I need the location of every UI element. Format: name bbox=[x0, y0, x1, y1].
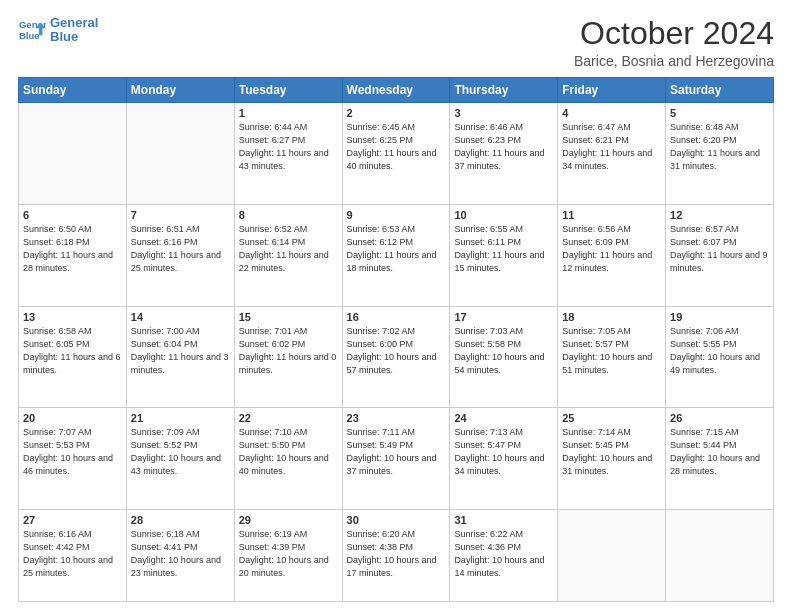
calendar-cell: 11Sunrise: 6:56 AM Sunset: 6:09 PM Dayli… bbox=[558, 204, 666, 306]
day-info: Sunrise: 6:55 AM Sunset: 6:11 PM Dayligh… bbox=[454, 223, 553, 275]
svg-text:Blue: Blue bbox=[19, 30, 40, 41]
day-number: 18 bbox=[562, 311, 661, 323]
month-title: October 2024 bbox=[574, 16, 774, 51]
page: General Blue GeneralBlue October 2024 Ba… bbox=[0, 0, 792, 612]
day-info: Sunrise: 7:07 AM Sunset: 5:53 PM Dayligh… bbox=[23, 426, 122, 478]
day-number: 21 bbox=[131, 412, 230, 424]
calendar-cell: 4Sunrise: 6:47 AM Sunset: 6:21 PM Daylig… bbox=[558, 103, 666, 205]
day-info: Sunrise: 6:19 AM Sunset: 4:39 PM Dayligh… bbox=[239, 528, 338, 580]
calendar-cell: 23Sunrise: 7:11 AM Sunset: 5:49 PM Dayli… bbox=[342, 408, 450, 510]
day-number: 28 bbox=[131, 514, 230, 526]
week-row-2: 13Sunrise: 6:58 AM Sunset: 6:05 PM Dayli… bbox=[19, 306, 774, 408]
location: Barice, Bosnia and Herzegovina bbox=[574, 53, 774, 69]
calendar-cell: 31Sunrise: 6:22 AM Sunset: 4:36 PM Dayli… bbox=[450, 509, 558, 601]
week-row-4: 27Sunrise: 6:16 AM Sunset: 4:42 PM Dayli… bbox=[19, 509, 774, 601]
calendar-header-row: SundayMondayTuesdayWednesdayThursdayFrid… bbox=[19, 78, 774, 103]
calendar-cell: 6Sunrise: 6:50 AM Sunset: 6:18 PM Daylig… bbox=[19, 204, 127, 306]
day-info: Sunrise: 7:10 AM Sunset: 5:50 PM Dayligh… bbox=[239, 426, 338, 478]
day-info: Sunrise: 6:56 AM Sunset: 6:09 PM Dayligh… bbox=[562, 223, 661, 275]
calendar-cell bbox=[19, 103, 127, 205]
day-number: 29 bbox=[239, 514, 338, 526]
day-info: Sunrise: 6:51 AM Sunset: 6:16 PM Dayligh… bbox=[131, 223, 230, 275]
calendar-cell: 25Sunrise: 7:14 AM Sunset: 5:45 PM Dayli… bbox=[558, 408, 666, 510]
day-number: 23 bbox=[347, 412, 446, 424]
day-header-wednesday: Wednesday bbox=[342, 78, 450, 103]
calendar-cell: 17Sunrise: 7:03 AM Sunset: 5:58 PM Dayli… bbox=[450, 306, 558, 408]
day-info: Sunrise: 6:44 AM Sunset: 6:27 PM Dayligh… bbox=[239, 121, 338, 173]
day-number: 22 bbox=[239, 412, 338, 424]
day-number: 24 bbox=[454, 412, 553, 424]
day-info: Sunrise: 7:05 AM Sunset: 5:57 PM Dayligh… bbox=[562, 325, 661, 377]
day-number: 7 bbox=[131, 209, 230, 221]
calendar-cell bbox=[666, 509, 774, 601]
day-info: Sunrise: 6:52 AM Sunset: 6:14 PM Dayligh… bbox=[239, 223, 338, 275]
day-info: Sunrise: 7:14 AM Sunset: 5:45 PM Dayligh… bbox=[562, 426, 661, 478]
week-row-0: 1Sunrise: 6:44 AM Sunset: 6:27 PM Daylig… bbox=[19, 103, 774, 205]
calendar-cell: 13Sunrise: 6:58 AM Sunset: 6:05 PM Dayli… bbox=[19, 306, 127, 408]
calendar-cell: 29Sunrise: 6:19 AM Sunset: 4:39 PM Dayli… bbox=[234, 509, 342, 601]
day-header-thursday: Thursday bbox=[450, 78, 558, 103]
calendar-cell: 8Sunrise: 6:52 AM Sunset: 6:14 PM Daylig… bbox=[234, 204, 342, 306]
calendar-cell: 18Sunrise: 7:05 AM Sunset: 5:57 PM Dayli… bbox=[558, 306, 666, 408]
day-number: 9 bbox=[347, 209, 446, 221]
day-info: Sunrise: 6:18 AM Sunset: 4:41 PM Dayligh… bbox=[131, 528, 230, 580]
calendar-cell: 2Sunrise: 6:45 AM Sunset: 6:25 PM Daylig… bbox=[342, 103, 450, 205]
day-info: Sunrise: 6:46 AM Sunset: 6:23 PM Dayligh… bbox=[454, 121, 553, 173]
day-number: 25 bbox=[562, 412, 661, 424]
calendar-cell: 26Sunrise: 7:15 AM Sunset: 5:44 PM Dayli… bbox=[666, 408, 774, 510]
day-info: Sunrise: 6:20 AM Sunset: 4:38 PM Dayligh… bbox=[347, 528, 446, 580]
calendar-cell: 1Sunrise: 6:44 AM Sunset: 6:27 PM Daylig… bbox=[234, 103, 342, 205]
day-number: 10 bbox=[454, 209, 553, 221]
day-number: 1 bbox=[239, 107, 338, 119]
day-info: Sunrise: 7:15 AM Sunset: 5:44 PM Dayligh… bbox=[670, 426, 769, 478]
calendar-cell: 9Sunrise: 6:53 AM Sunset: 6:12 PM Daylig… bbox=[342, 204, 450, 306]
week-row-1: 6Sunrise: 6:50 AM Sunset: 6:18 PM Daylig… bbox=[19, 204, 774, 306]
calendar-cell: 21Sunrise: 7:09 AM Sunset: 5:52 PM Dayli… bbox=[126, 408, 234, 510]
day-info: Sunrise: 6:57 AM Sunset: 6:07 PM Dayligh… bbox=[670, 223, 769, 275]
calendar: SundayMondayTuesdayWednesdayThursdayFrid… bbox=[18, 77, 774, 602]
day-info: Sunrise: 7:01 AM Sunset: 6:02 PM Dayligh… bbox=[239, 325, 338, 377]
day-number: 4 bbox=[562, 107, 661, 119]
day-number: 3 bbox=[454, 107, 553, 119]
day-info: Sunrise: 6:58 AM Sunset: 6:05 PM Dayligh… bbox=[23, 325, 122, 377]
day-info: Sunrise: 6:50 AM Sunset: 6:18 PM Dayligh… bbox=[23, 223, 122, 275]
day-number: 19 bbox=[670, 311, 769, 323]
calendar-cell: 16Sunrise: 7:02 AM Sunset: 6:00 PM Dayli… bbox=[342, 306, 450, 408]
day-info: Sunrise: 7:03 AM Sunset: 5:58 PM Dayligh… bbox=[454, 325, 553, 377]
day-info: Sunrise: 6:22 AM Sunset: 4:36 PM Dayligh… bbox=[454, 528, 553, 580]
day-info: Sunrise: 7:06 AM Sunset: 5:55 PM Dayligh… bbox=[670, 325, 769, 377]
calendar-cell: 24Sunrise: 7:13 AM Sunset: 5:47 PM Dayli… bbox=[450, 408, 558, 510]
calendar-cell bbox=[558, 509, 666, 601]
day-header-friday: Friday bbox=[558, 78, 666, 103]
calendar-cell: 7Sunrise: 6:51 AM Sunset: 6:16 PM Daylig… bbox=[126, 204, 234, 306]
day-number: 27 bbox=[23, 514, 122, 526]
day-number: 26 bbox=[670, 412, 769, 424]
day-header-sunday: Sunday bbox=[19, 78, 127, 103]
day-number: 14 bbox=[131, 311, 230, 323]
calendar-cell: 27Sunrise: 6:16 AM Sunset: 4:42 PM Dayli… bbox=[19, 509, 127, 601]
day-header-saturday: Saturday bbox=[666, 78, 774, 103]
calendar-cell: 14Sunrise: 7:00 AM Sunset: 6:04 PM Dayli… bbox=[126, 306, 234, 408]
calendar-cell: 28Sunrise: 6:18 AM Sunset: 4:41 PM Dayli… bbox=[126, 509, 234, 601]
day-info: Sunrise: 7:02 AM Sunset: 6:00 PM Dayligh… bbox=[347, 325, 446, 377]
day-info: Sunrise: 7:13 AM Sunset: 5:47 PM Dayligh… bbox=[454, 426, 553, 478]
calendar-cell: 22Sunrise: 7:10 AM Sunset: 5:50 PM Dayli… bbox=[234, 408, 342, 510]
day-header-tuesday: Tuesday bbox=[234, 78, 342, 103]
day-number: 20 bbox=[23, 412, 122, 424]
week-row-3: 20Sunrise: 7:07 AM Sunset: 5:53 PM Dayli… bbox=[19, 408, 774, 510]
day-info: Sunrise: 6:53 AM Sunset: 6:12 PM Dayligh… bbox=[347, 223, 446, 275]
day-number: 31 bbox=[454, 514, 553, 526]
day-header-monday: Monday bbox=[126, 78, 234, 103]
logo-text: GeneralBlue bbox=[50, 16, 98, 45]
day-number: 30 bbox=[347, 514, 446, 526]
logo-icon: General Blue bbox=[18, 16, 46, 44]
day-number: 2 bbox=[347, 107, 446, 119]
title-block: October 2024 Barice, Bosnia and Herzegov… bbox=[574, 16, 774, 69]
day-info: Sunrise: 6:45 AM Sunset: 6:25 PM Dayligh… bbox=[347, 121, 446, 173]
day-number: 16 bbox=[347, 311, 446, 323]
calendar-cell: 3Sunrise: 6:46 AM Sunset: 6:23 PM Daylig… bbox=[450, 103, 558, 205]
day-info: Sunrise: 6:16 AM Sunset: 4:42 PM Dayligh… bbox=[23, 528, 122, 580]
day-info: Sunrise: 6:48 AM Sunset: 6:20 PM Dayligh… bbox=[670, 121, 769, 173]
day-info: Sunrise: 7:11 AM Sunset: 5:49 PM Dayligh… bbox=[347, 426, 446, 478]
calendar-cell: 20Sunrise: 7:07 AM Sunset: 5:53 PM Dayli… bbox=[19, 408, 127, 510]
